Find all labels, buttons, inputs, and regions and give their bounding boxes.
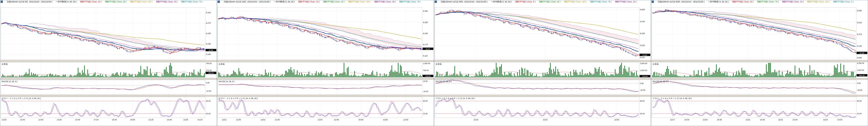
svg-text:12:00: 12:00 <box>236 119 241 121</box>
svg-text:0.00: 0.00 <box>640 82 644 84</box>
svg-text:MACD( 12, 26, 9 ): MACD( 12, 26, 9 ) <box>653 80 669 82</box>
svg-text:11/22: 11/22 <box>260 119 265 121</box>
panel-legend: 日経225mini 11/12( 30分, 2011/11/16 - 2011/… <box>434 0 651 5</box>
svg-text:10:30: 10:30 <box>837 119 842 121</box>
svg-text:20.00: 20.00 <box>640 112 645 115</box>
chart-plot[interactable]: 出来高MACD( 12, 26, 9 )スロー・ストキャスティクス( 14, 3… <box>651 5 868 126</box>
chart-window-icon <box>652 1 654 3</box>
pane-splitter-handle[interactable] <box>651 60 868 62</box>
pane-splitter-handle[interactable] <box>434 78 651 80</box>
pane-splitter-handle[interactable] <box>217 60 434 62</box>
chart-window-icon <box>435 1 437 3</box>
legend-item: 移動平均線( Close, 75 ) <box>399 0 421 3</box>
legend-item: 移動平均線( Close, 10 ) <box>615 0 637 3</box>
svg-text:11/25: 11/25 <box>614 119 619 121</box>
chart-panel-3: 日経225mini 11/12( 30分, 2011/11/16 - 2011/… <box>434 0 651 126</box>
legend-item: 移動平均線( Close, 150 ) <box>130 0 153 3</box>
legend-item: 移動平均線( Close, 10 ) <box>298 0 320 3</box>
legend-item: 移動平均線( Close, 20 ) <box>732 0 754 3</box>
pane-splitter-handle[interactable] <box>0 95 217 97</box>
legend-item: 移動平均線( Close, 75 ) <box>181 0 203 3</box>
volume-layer: 出来高 <box>435 63 639 77</box>
panel-legend: 日経225mini 11/12( 15分, 2011/11/21 - 2011/… <box>217 0 434 5</box>
svg-text:11/21: 11/21 <box>746 119 750 121</box>
pane-splitter-handle[interactable] <box>217 78 434 80</box>
panel-legend: 日経225mini 11/12( 5分, 2011/11/24 - 2011/1… <box>0 0 217 5</box>
pane-splitter-handle[interactable] <box>434 95 651 97</box>
chart-window-icon <box>1 1 3 3</box>
svg-text:20.00: 20.00 <box>857 112 862 115</box>
last-volume-badge: 697.00 <box>857 74 867 76</box>
svg-text:出来高: 出来高 <box>436 63 441 65</box>
svg-text:10:30: 10:30 <box>760 119 765 121</box>
svg-text:20.00: 20.00 <box>423 112 428 115</box>
svg-text:8,220: 8,220 <box>640 44 645 47</box>
last-price-badge: 8,166 <box>206 49 216 51</box>
moving-average-layer <box>2 23 205 53</box>
chart-title: 日経225mini 11/12( 5分, 2011/11/24 - 2011/1… <box>7 0 52 3</box>
svg-text:8,230: 8,230 <box>206 32 211 34</box>
svg-text:8,190: 8,190 <box>206 43 211 45</box>
svg-text:8,110: 8,110 <box>423 55 428 57</box>
svg-text:8,440: 8,440 <box>640 20 645 23</box>
macd-layer: MACD( 12, 26, 9 ) <box>218 80 422 89</box>
svg-text:出来高: 出来高 <box>2 63 7 65</box>
chart-plot[interactable]: 出来高MACD( 12, 26, 9 )スロー・ストキャスティクス( 14, 3… <box>0 5 217 126</box>
chart-title: 日経225mini 11/12( 15分, 2011/11/21 - 2011/… <box>224 0 271 3</box>
svg-text:8,230: 8,230 <box>423 32 428 34</box>
stochastics-layer: スロー・ストキャスティクス( 14, 3, 80, 20 ) <box>1 97 205 117</box>
svg-text:8,166: 8,166 <box>209 49 213 51</box>
svg-text:2,500.00: 2,500.00 <box>857 69 864 71</box>
svg-text:10:30: 10:30 <box>717 119 722 121</box>
svg-text:230.00: 230.00 <box>208 72 214 74</box>
svg-text:-20.00: -20.00 <box>640 89 645 91</box>
svg-text:0.00: 0.00 <box>857 82 861 84</box>
svg-text:697.00: 697.00 <box>859 75 865 76</box>
chart-window-icon <box>218 1 220 3</box>
svg-text:20:00: 20:00 <box>359 119 363 121</box>
legend-item: 一目均衡表( 9, 26, 52 ) <box>274 0 295 3</box>
pane-splitter-handle[interactable] <box>651 95 868 97</box>
volume-layer: 出来高 <box>1 63 205 77</box>
last-price-badge: 8,132 <box>640 54 650 56</box>
pane-splitter-handle[interactable] <box>0 78 217 80</box>
chart-plot[interactable]: 出来高MACD( 12, 26, 9 )スロー・ストキャスティクス( 14, 3… <box>217 5 434 126</box>
chart-plot[interactable]: 出来高MACD( 12, 26, 9 )スロー・ストキャスティクス( 14, 3… <box>434 5 651 126</box>
chart-panel-4: 日経225mini 11/12( 60分, 2011/11/14 - 2011/… <box>651 0 868 126</box>
pane-splitter-handle[interactable] <box>217 95 434 97</box>
svg-text:11/24: 11/24 <box>318 119 322 121</box>
legend-item: 一目均衡表( 9, 26, 52 ) <box>56 0 76 3</box>
pane-splitter-handle[interactable] <box>434 60 651 62</box>
svg-text:8,290: 8,290 <box>423 21 428 23</box>
svg-text:8,148: 8,148 <box>860 52 864 54</box>
svg-text:8,147: 8,147 <box>426 48 430 50</box>
svg-text:80.00: 80.00 <box>423 100 428 102</box>
panel-legend: 日経225mini 11/12( 60分, 2011/11/14 - 2011/… <box>651 0 868 5</box>
svg-text:11/24: 11/24 <box>823 119 828 121</box>
legend-item: 移動平均線( Close, 25 ) <box>323 0 345 3</box>
last-volume-badge: 215.00 <box>640 75 650 77</box>
svg-text:18:40: 18:40 <box>112 119 117 121</box>
svg-text:145.00: 145.00 <box>425 75 431 77</box>
svg-text:8,550: 8,550 <box>640 8 645 11</box>
svg-text:出来高: 出来高 <box>653 63 658 65</box>
svg-text:12:00: 12:00 <box>38 119 43 121</box>
svg-text:スロー・ストキャスティクス( 14, 3, 80, 20 ): スロー・ストキャスティクス( 14, 3, 80, 20 ) <box>219 97 258 100</box>
chart-panel-2: 日経225mini 11/12( 15分, 2011/11/21 - 2011/… <box>217 0 434 126</box>
pane-splitter-handle[interactable] <box>651 78 868 80</box>
svg-text:11/17: 11/17 <box>670 119 675 121</box>
svg-text:11/21: 11/21 <box>222 119 226 121</box>
svg-text:8,330: 8,330 <box>640 32 645 34</box>
stochastics-layer: スロー・ストキャスティクス( 14, 3, 80, 20 ) <box>218 97 422 117</box>
svg-text:5,000.00: 5,000.00 <box>857 62 864 64</box>
svg-text:8,230: 8,230 <box>857 45 862 47</box>
legend-item: 一目均衡表( 9, 26, 52 ) <box>491 0 512 3</box>
svg-text:-25.00: -25.00 <box>857 89 862 91</box>
svg-text:375.00: 375.00 <box>206 69 212 72</box>
legend-item: 移動平均線( Close, 40 ) <box>156 0 177 3</box>
legend-item: 移動平均線( Close, 25 ) <box>105 0 126 3</box>
macd-layer: MACD( 12, 26, 9 ) <box>435 80 639 92</box>
svg-text:10:40: 10:40 <box>20 119 25 121</box>
pane-splitter-handle[interactable] <box>0 60 217 62</box>
svg-text:8,270: 8,270 <box>206 22 211 24</box>
